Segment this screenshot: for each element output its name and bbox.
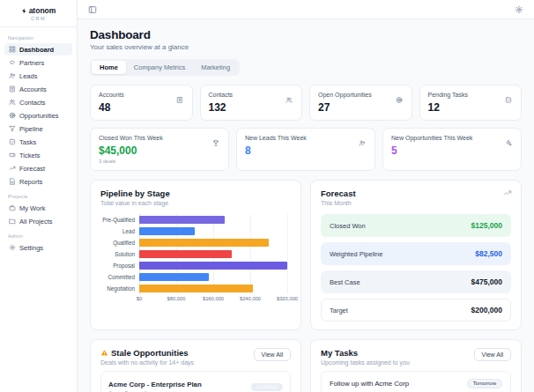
sidebar-item-contacts[interactable]: Contacts bbox=[4, 96, 72, 108]
pipeline-bar-pre-qualified bbox=[139, 216, 225, 224]
sidebar-item-label: Forecast bbox=[19, 165, 45, 173]
forecast-row-value: $82,500 bbox=[475, 249, 502, 258]
pipeline-bar-qualified bbox=[139, 239, 269, 247]
chart-x-axis: $0$80,000$160,000$240,000$320,000 bbox=[139, 296, 287, 304]
forecast-row-best-case: Best Case$475,000 bbox=[321, 270, 511, 293]
sidebar-item-label: Tasks bbox=[19, 138, 36, 146]
card-value: 48 bbox=[99, 101, 184, 114]
sidebar-item-label: Pipeline bbox=[19, 125, 43, 133]
sidebar-item-label: Reports bbox=[19, 178, 42, 186]
tasks-title: My Tasks bbox=[321, 348, 410, 358]
pipeline-bar-proposal bbox=[139, 262, 287, 270]
card-value: 132 bbox=[209, 101, 294, 114]
sidebar-item-label: My Work bbox=[19, 204, 45, 212]
chart-category-label: Committed bbox=[100, 274, 139, 280]
card-label: Contacts bbox=[209, 92, 234, 98]
trend-up-icon bbox=[9, 165, 16, 172]
ticket-icon bbox=[9, 152, 16, 159]
card-label: Pending Tasks bbox=[428, 92, 468, 98]
user-plus-icon bbox=[9, 72, 16, 79]
gear-icon bbox=[9, 244, 16, 251]
chart-row-negotiation: Negotiation bbox=[100, 283, 291, 294]
forecast-row-label: Target bbox=[330, 307, 348, 314]
sidebar-item-label: Contacts bbox=[19, 99, 46, 107]
card-value: $45,000 bbox=[99, 144, 220, 157]
week-card-new-opportunities-this-week: New Opportunities This Week5 bbox=[382, 128, 522, 171]
dashboard-tabs: HomeCompany MetricsMarketing bbox=[90, 59, 240, 76]
tab-home[interactable]: Home bbox=[92, 61, 126, 74]
chart-row-proposal: Proposal bbox=[100, 260, 291, 271]
main-area: Dashboard Your sales overview at a glanc… bbox=[78, 0, 534, 392]
trophy-icon bbox=[212, 139, 219, 146]
forecast-row-value: $125,000 bbox=[471, 221, 502, 230]
sidebar-item-label: Opportunities bbox=[19, 112, 59, 120]
forecast-row-value: $475,000 bbox=[471, 277, 502, 286]
stale-item-acme-corporation[interactable]: Acme Corp - Enterprise PlanAcme Corporat… bbox=[100, 371, 291, 392]
chart-row-qualified: Qualified bbox=[100, 237, 291, 248]
forecast-row-label: Closed Won bbox=[330, 222, 366, 230]
check-square-icon bbox=[9, 138, 16, 145]
chart-category-label: Proposal bbox=[100, 263, 139, 269]
sidebar-item-all-projects[interactable]: All Projects bbox=[4, 215, 72, 227]
topbar bbox=[78, 0, 534, 19]
sparkles-icon bbox=[505, 139, 512, 146]
file-icon bbox=[9, 178, 16, 185]
dashboard-content: Dashboard Your sales overview at a glanc… bbox=[78, 19, 534, 392]
folder-icon bbox=[9, 218, 16, 225]
pipeline-bar-committed bbox=[139, 273, 209, 281]
forecast-row-closed-won: Closed Won$125,000 bbox=[321, 214, 511, 237]
sidebar-item-dashboard[interactable]: Dashboard bbox=[4, 43, 72, 55]
stat-card-accounts: Accounts48 bbox=[90, 85, 193, 121]
stale-view-all-button[interactable]: View All bbox=[254, 348, 291, 361]
page-title: Dashboard bbox=[90, 28, 522, 41]
forecast-row-label: Best Case bbox=[330, 278, 360, 286]
chart-row-committed: Committed bbox=[100, 271, 291, 283]
chart-row-solution: Solution bbox=[100, 248, 291, 260]
sidebar-sections: NavigationDashboardPartnersLeadsAccounts… bbox=[0, 27, 77, 260]
chart-rows: Pre-QualifiedLeadQualifiedSolutionPropos… bbox=[100, 214, 291, 294]
tab-marketing[interactable]: Marketing bbox=[193, 61, 238, 74]
sidebar-item-partners[interactable]: Partners bbox=[4, 56, 72, 69]
tab-company-metrics[interactable]: Company Metrics bbox=[126, 61, 193, 74]
week-card-new-leads-this-week: New Leads This Week8 bbox=[236, 128, 375, 171]
panel-left-toggle-icon[interactable] bbox=[88, 5, 97, 14]
tasks-view-all-button[interactable]: View All bbox=[474, 348, 511, 361]
sidebar: atonom CRM NavigationDashboardPartnersLe… bbox=[0, 0, 78, 392]
sidebar-item-accounts[interactable]: Accounts bbox=[4, 83, 72, 95]
header-gear-icon[interactable] bbox=[515, 5, 523, 14]
card-label: New Opportunities This Week bbox=[391, 135, 472, 141]
card-label: Closed Won This Week bbox=[99, 135, 163, 141]
task-title: Follow up with Acme Corp bbox=[330, 380, 409, 388]
pipeline-bar-negotiation bbox=[139, 285, 253, 292]
card-sub: 3 deals bbox=[99, 159, 220, 164]
task-item-follow-up-with-acme-corp[interactable]: Follow up with Acme CorpTomorrow bbox=[321, 371, 511, 392]
sidebar-item-tasks[interactable]: Tasks bbox=[4, 136, 72, 148]
sidebar-item-settings[interactable]: Settings bbox=[4, 241, 72, 254]
forecast-row-value: $200,000 bbox=[471, 306, 502, 314]
stage-badge: Qualified bbox=[251, 383, 283, 391]
building-icon bbox=[176, 96, 183, 103]
app-logo: atonom CRM bbox=[0, 0, 77, 27]
forecast-subtitle: This Month bbox=[321, 200, 356, 206]
warning-triangle-icon bbox=[100, 349, 108, 357]
forecast-rows: Closed Won$125,000Weighted Pipeline$82,5… bbox=[321, 214, 511, 322]
sidebar-item-tickets[interactable]: Tickets bbox=[4, 149, 72, 161]
partners-handshake-icon bbox=[9, 59, 16, 66]
card-value: 12 bbox=[428, 101, 514, 114]
sidebar-item-my-work[interactable]: My Work bbox=[4, 202, 72, 214]
week-card-closed-won-this-week: Closed Won This Week$45,0003 deals bbox=[90, 128, 229, 171]
sidebar-item-leads[interactable]: Leads bbox=[4, 70, 72, 82]
sidebar-item-forecast[interactable]: Forecast bbox=[4, 162, 72, 174]
card-label: Accounts bbox=[99, 92, 124, 98]
app-name: atonom bbox=[29, 6, 56, 15]
target-icon bbox=[9, 112, 16, 119]
stat-card-open-opportunities: Open Opportunities27 bbox=[309, 85, 412, 121]
pipeline-title: Pipeline by Stage bbox=[100, 189, 291, 198]
pipeline-panel: Pipeline by Stage Total value in each st… bbox=[90, 180, 301, 330]
stale-subtitle: Deals with no activity for 14+ days bbox=[100, 359, 194, 366]
sidebar-item-opportunities[interactable]: Opportunities bbox=[4, 109, 72, 122]
chart-plot-area: Pre-QualifiedLeadQualifiedSolutionPropos… bbox=[100, 214, 291, 294]
logo-bolt-icon bbox=[21, 8, 27, 14]
sidebar-item-pipeline[interactable]: Pipeline bbox=[4, 122, 72, 135]
sidebar-item-reports[interactable]: Reports bbox=[4, 175, 72, 188]
